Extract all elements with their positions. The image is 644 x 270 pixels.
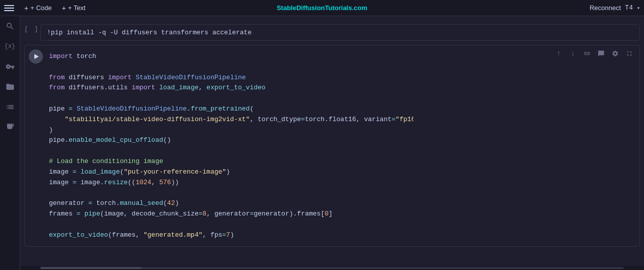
add-code-button[interactable]: + + Code xyxy=(20,2,56,14)
code-blank-1 xyxy=(49,62,407,73)
code-editor[interactable]: import torch from diffusers import Stabl… xyxy=(43,47,413,244)
cell-toolbar: ↑ ↓ xyxy=(553,47,635,60)
comment-icon[interactable] xyxy=(595,47,607,60)
pip-cell: [ ] !pip install -q -U diffusers transfo… xyxy=(20,22,644,43)
sidebar-item-folder[interactable] xyxy=(4,81,16,93)
bottom-scrollbar xyxy=(20,266,644,270)
reconnect-button[interactable]: Reconnect xyxy=(589,4,621,12)
settings-icon[interactable] xyxy=(609,47,621,60)
code-blank-2 xyxy=(49,93,407,104)
code-line-pipe3: ) xyxy=(49,125,407,136)
scrollbar-thumb[interactable] xyxy=(40,267,141,269)
reconnect-label: Reconnect xyxy=(589,4,621,12)
pip-code[interactable]: !pip install -q -U diffusers transformer… xyxy=(40,24,640,41)
code-blank-5 xyxy=(49,220,407,230)
code-line-comment: # Load the conditioning image xyxy=(49,156,407,167)
sidebar-item-code[interactable]: {x} xyxy=(4,40,16,52)
menu-icon[interactable] xyxy=(4,3,14,13)
sidebar-item-search[interactable] xyxy=(4,20,16,32)
toolbar: + + Code + + Text StableDiffusionTutoria… xyxy=(0,0,644,16)
code-line-pipe4: pipe.enable_model_cpu_offload() xyxy=(49,135,407,146)
plus-icon: + xyxy=(24,4,28,12)
code-line-img2: image = image.resize((1024, 576)) xyxy=(49,178,407,188)
sidebar-item-list[interactable] xyxy=(4,101,16,113)
code-line-from2: from diffusers.utils import load_image, … xyxy=(49,83,407,93)
cell-bracket-pip: [ ] xyxy=(24,25,40,33)
run-triangle-icon xyxy=(34,54,39,59)
add-text-label: + Text xyxy=(68,4,86,12)
sidebar-item-key[interactable] xyxy=(4,61,16,73)
toolbar-right: Reconnect T4 ▾ xyxy=(589,4,640,12)
main-area: {x} [ ] !pip install -q -U diffusers tra… xyxy=(0,16,644,270)
plus-icon-text: + xyxy=(62,4,66,12)
code-line-img1: image = load_image("put-your-reference-i… xyxy=(49,167,407,178)
bracket-open: [ xyxy=(24,25,28,33)
notebook: [ ] !pip install -q -U diffusers transfo… xyxy=(20,16,644,266)
expand-icon[interactable] xyxy=(623,47,635,60)
run-button[interactable] xyxy=(29,49,43,64)
add-text-button[interactable]: + + Text xyxy=(58,2,89,14)
code-blank-3 xyxy=(49,146,407,156)
sidebar: {x} xyxy=(0,16,20,270)
bracket-close: ] xyxy=(34,25,38,33)
code-line-export: export_to_video(frames, "generated.mp4",… xyxy=(49,230,407,241)
link-icon[interactable] xyxy=(581,47,593,60)
code-line-import: import torch xyxy=(49,51,407,62)
move-up-icon[interactable]: ↑ xyxy=(553,47,565,60)
code-line-from1: from diffusers import StableVideoDiffusi… xyxy=(49,73,407,83)
scrollbar-track[interactable] xyxy=(40,267,624,269)
main-code-cell: import torch from diffusers import Stabl… xyxy=(24,45,640,247)
code-line-gen2: frames = pipe(image, decode_chunk_size=8… xyxy=(49,209,407,220)
sidebar-item-terminal[interactable] xyxy=(4,121,16,133)
move-down-icon[interactable]: ↓ xyxy=(567,47,579,60)
code-line-gen1: generator = torch.manual_seed(42) xyxy=(49,198,407,209)
code-blank-4 xyxy=(49,188,407,198)
code-line-pipe1: pipe = StableVideoDiffusionPipeline.from… xyxy=(49,104,407,115)
site-title: StableDiffusionTutorials.com xyxy=(277,4,367,12)
add-code-label: + Code xyxy=(30,4,51,12)
content-area: [ ] !pip install -q -U diffusers transfo… xyxy=(20,16,644,270)
code-line-pipe2: "stabilityai/stable-video-diffusion-img2… xyxy=(49,115,407,125)
chevron-down-icon[interactable]: ▾ xyxy=(637,5,640,11)
toolbar-left: + + Code + + Text xyxy=(4,2,89,14)
runtime-label: T4 xyxy=(625,4,633,12)
